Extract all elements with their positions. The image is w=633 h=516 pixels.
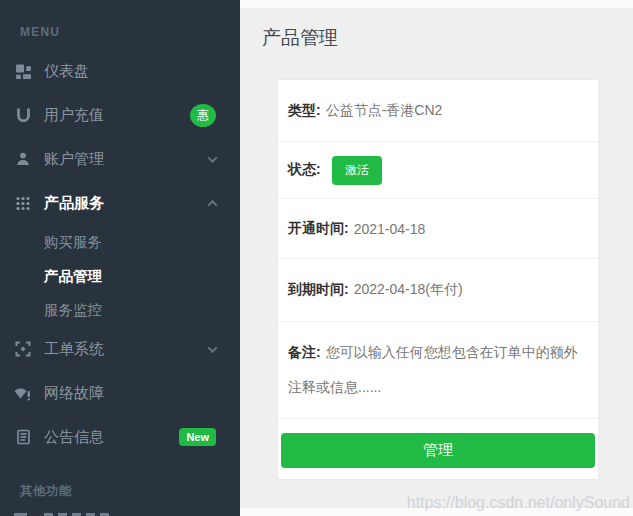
sidebar-item-tickets[interactable]: 工单系统 (0, 327, 240, 371)
expire-date-row: 到期时间: 2022-04-18(年付) (278, 259, 598, 322)
sidebar-item-label: 账户管理 (44, 150, 209, 169)
sidebar: MENU 仪表盘 用户充值 惠 (0, 0, 240, 516)
sidebar-item-products[interactable]: 产品服务 (0, 181, 240, 225)
wifi-alert-icon (14, 384, 32, 402)
sidebar-item-announcements[interactable]: 公告信息 New (0, 415, 240, 459)
open-date-row: 开通时间: 2021-04-18 (278, 199, 598, 259)
sidebar-item-label: 公告信息 (44, 428, 179, 447)
chevron-down-icon (208, 153, 218, 163)
status-row: 状态: 激活 (278, 142, 598, 199)
sidebar-item-label: 用户充值 (44, 106, 190, 125)
content-panel: 产品管理 类型: 公益节点-香港CN2 状态: 激活 开通时间: 2021-04… (240, 8, 633, 508)
status-label: 状态: (288, 161, 321, 179)
expire-date-label: 到期时间: (288, 281, 349, 299)
button-area: 管理 (278, 419, 598, 479)
chevron-down-icon (208, 343, 218, 353)
type-value: 公益节点-香港CN2 (326, 102, 443, 120)
sidebar-item-label: 网络故障 (44, 384, 216, 403)
type-row: 类型: 公益节点-香港CN2 (278, 80, 598, 142)
promo-badge: 惠 (190, 104, 216, 127)
product-card: 类型: 公益节点-香港CN2 状态: 激活 开通时间: 2021-04-18 到… (277, 79, 599, 480)
sidebar-subitem-product-management[interactable]: 产品管理 (0, 259, 240, 293)
sidebar-item-dashboard[interactable]: 仪表盘 (0, 49, 240, 93)
expire-date-value: 2022-04-18(年付) (354, 281, 463, 299)
sidebar-item-account[interactable]: 账户管理 (0, 137, 240, 181)
manage-button[interactable]: 管理 (281, 433, 595, 468)
note-row: 备注:您可以输入任何您想包含在订单中的额外注释或信息...... (278, 322, 598, 419)
main-content: 产品管理 类型: 公益节点-香港CN2 状态: 激活 开通时间: 2021-04… (240, 0, 633, 516)
grid-dots-icon (14, 194, 32, 212)
new-badge: New (179, 428, 216, 446)
sidebar-item-label: 工单系统 (44, 340, 209, 359)
chevron-up-icon (208, 199, 218, 209)
sidebar-item-recharge[interactable]: 用户充值 惠 (0, 93, 240, 137)
user-icon (14, 150, 32, 168)
sidebar-subitem-service-monitor[interactable]: 服务监控 (0, 293, 240, 327)
app-window: MENU 仪表盘 用户充值 惠 (0, 0, 633, 516)
watermark-text: https://blog.csdn.net/onlySound (407, 494, 630, 512)
page-title: 产品管理 (262, 25, 338, 51)
open-date-value: 2021-04-18 (354, 221, 426, 237)
sidebar-item-label: 产品服务 (44, 194, 209, 213)
sidebar-subitem-label: 购买服务 (44, 233, 102, 252)
recharge-icon (14, 106, 32, 124)
sidebar-item-network-fault[interactable]: 网络故障 (0, 371, 240, 415)
document-icon (14, 428, 32, 446)
sidebar-subitem-buy-service[interactable]: 购买服务 (0, 225, 240, 259)
note-value: 您可以输入任何您想包含在订单中的额外注释或信息...... (288, 344, 578, 395)
note-label: 备注: (288, 344, 321, 360)
sidebar-subitem-label: 服务监控 (44, 301, 102, 320)
sidebar-subitem-label: 产品管理 (44, 267, 102, 286)
open-date-label: 开通时间: (288, 220, 349, 238)
other-section-header: 其他功能 (0, 459, 240, 499)
ticket-icon (14, 340, 32, 358)
menu-section-header: MENU (0, 0, 240, 49)
status-badge: 激活 (332, 156, 382, 185)
dashboard-icon (14, 62, 32, 80)
type-label: 类型: (288, 102, 321, 120)
sidebar-item-label: 仪表盘 (44, 62, 216, 81)
